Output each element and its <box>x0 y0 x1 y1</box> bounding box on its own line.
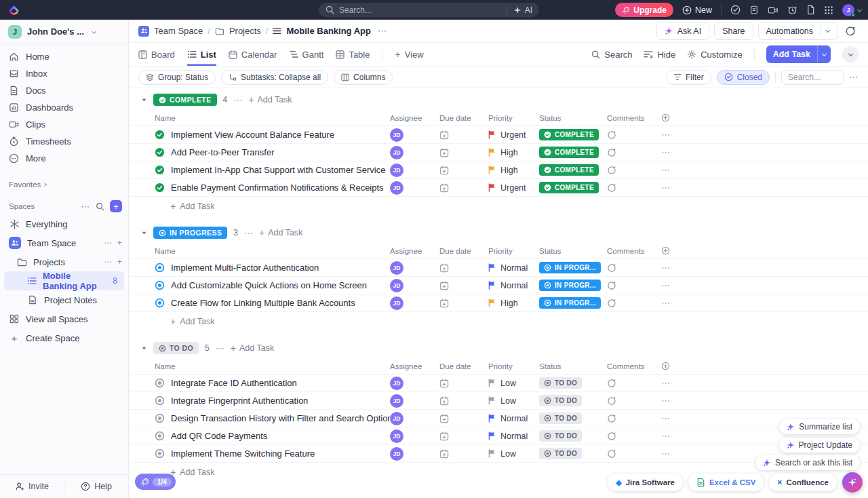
column-header-status[interactable]: Status <box>539 247 607 255</box>
task-name[interactable]: Implement View Account Balance Feature <box>171 130 334 140</box>
status-badge[interactable]: IN PROGR... <box>539 297 601 309</box>
list-search-input[interactable]: Search... <box>781 70 844 85</box>
search-or-ask-button[interactable]: Search or ask this list <box>755 455 860 470</box>
group-status-badge[interactable]: IN PROGRESS <box>153 227 227 239</box>
collapse-group-icon[interactable] <box>141 345 147 351</box>
favorites-section[interactable]: Favorites <box>0 178 128 191</box>
priority-flag-icon[interactable] <box>488 379 496 387</box>
due-date-icon[interactable] <box>439 183 488 193</box>
task-name[interactable]: Add QR Code Payments <box>171 431 267 441</box>
column-header-status[interactable]: Status <box>539 114 607 122</box>
sidebar-item-everything[interactable]: Everything <box>0 214 128 233</box>
sidebar-item-docs[interactable]: Docs <box>0 82 128 99</box>
status-badge[interactable]: COMPLETE <box>539 147 599 158</box>
task-name[interactable]: Add Customizable Quick Actions on Home S… <box>171 280 367 290</box>
jira-software-button[interactable]: ◆ Jira Software <box>608 474 683 491</box>
due-date-icon[interactable] <box>439 130 488 140</box>
due-date-icon[interactable] <box>439 379 488 388</box>
row-menu-icon[interactable]: ⋯ <box>661 147 868 157</box>
due-date-icon[interactable] <box>439 166 488 175</box>
status-badge[interactable]: TO DO <box>539 413 582 424</box>
tab-gantt[interactable]: Gantt <box>290 43 324 66</box>
notepad-icon[interactable] <box>749 5 759 15</box>
task-row[interactable]: Integrate Face ID Authentication JD Low … <box>129 375 868 392</box>
task-status-icon[interactable] <box>155 280 165 290</box>
task-row[interactable]: Create Flow for Linking Multiple Bank Ac… <box>129 294 868 312</box>
column-header-assignee[interactable]: Assignee <box>390 114 439 122</box>
row-menu-icon[interactable]: ⋯ <box>661 280 868 290</box>
tab-table[interactable]: Table <box>336 43 370 66</box>
add-task-row[interactable]: +Add Task <box>129 312 868 331</box>
sidebar-item-project-notes[interactable]: Project Notes <box>0 290 128 309</box>
task-status-icon[interactable] <box>155 413 165 423</box>
column-header-status[interactable]: Status <box>539 362 607 370</box>
task-row[interactable]: Add Customizable Quick Actions on Home S… <box>129 277 868 294</box>
task-status-icon[interactable] <box>155 130 165 140</box>
task-name[interactable]: Integrate Fingerprint Authentication <box>171 396 308 406</box>
ask-ai-button[interactable]: Ask AI <box>656 22 709 40</box>
new-button[interactable]: New <box>682 5 712 15</box>
sidebar-item-clips[interactable]: Clips <box>0 116 128 133</box>
clickup-logo-icon[interactable] <box>8 4 20 16</box>
task-row[interactable]: Integrate Fingerprint Authentication JD … <box>129 392 868 410</box>
priority-flag-icon[interactable] <box>488 130 496 139</box>
breadcrumb-team-space[interactable]: Team Space <box>154 26 203 36</box>
chat-icon[interactable] <box>842 22 859 40</box>
reminder-clock-icon[interactable] <box>787 5 797 15</box>
assignee-avatar[interactable]: JD <box>390 128 403 142</box>
assignee-avatar[interactable]: JD <box>390 429 403 443</box>
row-menu-icon[interactable]: ⋯ <box>661 396 868 406</box>
ai-assistant-fab[interactable] <box>842 472 863 493</box>
priority-flag-icon[interactable] <box>488 299 496 307</box>
filter-button[interactable]: Filter <box>666 70 711 85</box>
priority-flag-icon[interactable] <box>488 148 496 157</box>
comment-icon[interactable] <box>607 449 661 459</box>
share-button[interactable]: Share <box>714 22 753 40</box>
group-menu-icon[interactable]: ⋯ <box>233 95 242 105</box>
comment-icon[interactable] <box>607 263 661 273</box>
group-add-task-button[interactable]: +Add Task <box>259 227 302 238</box>
tab-board[interactable]: Board <box>138 43 175 66</box>
row-menu-icon[interactable]: ⋯ <box>661 165 868 175</box>
assignee-avatar[interactable]: JD <box>390 146 403 159</box>
task-name[interactable]: Implement Multi-Factor Authentication <box>171 263 319 273</box>
due-date-icon[interactable] <box>439 281 488 290</box>
task-status-icon[interactable] <box>155 147 165 157</box>
collapse-group-icon[interactable] <box>141 230 147 236</box>
add-task-row[interactable]: +Add Task <box>129 197 868 216</box>
group-status-badge[interactable]: COMPLETE <box>153 94 217 106</box>
column-header-name[interactable]: Name <box>155 362 390 370</box>
column-header-comments[interactable]: Comments <box>607 247 661 255</box>
due-date-icon[interactable] <box>439 263 488 273</box>
group-add-task-button[interactable]: +Add Task <box>231 343 274 353</box>
comment-icon[interactable] <box>607 166 661 175</box>
closed-filter-button[interactable]: Closed <box>717 70 770 85</box>
sidebar-item-projects-folder[interactable]: Projects ⋯+ <box>0 252 128 271</box>
collapse-group-icon[interactable] <box>141 97 147 103</box>
task-name[interactable]: Implement In-App Chat Support with Custo… <box>171 165 385 175</box>
column-header-assignee[interactable]: Assignee <box>390 362 439 370</box>
sidebar-item-home[interactable]: Home <box>0 48 128 65</box>
task-row[interactable]: Add QR Code Payments JD Normal TO DO ⋯ <box>129 427 868 445</box>
upgrade-button[interactable]: Upgrade <box>615 3 673 17</box>
priority-flag-icon[interactable] <box>488 166 496 174</box>
invite-button[interactable]: Invite <box>0 475 64 498</box>
priority-flag-icon[interactable] <box>488 396 496 405</box>
sidebar-item-view-all-spaces[interactable]: View all Spaces <box>0 309 128 328</box>
global-search-input[interactable]: Search... AI <box>319 3 539 17</box>
task-row[interactable]: Implement View Account Balance Feature J… <box>129 126 868 144</box>
collapse-header-button[interactable] <box>842 46 859 62</box>
help-button[interactable]: Help <box>64 475 128 498</box>
task-row[interactable]: Enable Payment Confirmation Notification… <box>129 179 868 197</box>
tab-calendar[interactable]: Calendar <box>229 43 277 66</box>
doc-page-icon[interactable] <box>806 5 815 15</box>
folder-menu-icon[interactable]: ⋯ <box>104 257 112 267</box>
breadcrumb-projects[interactable]: Projects <box>229 26 261 36</box>
task-row[interactable]: Design Transaction History with Filter a… <box>129 410 868 427</box>
hide-button[interactable]: Hide <box>644 50 675 60</box>
assignee-avatar[interactable]: JD <box>390 296 403 310</box>
sidebar-item-create-space[interactable]: + Create Space <box>0 328 128 347</box>
assignee-avatar[interactable]: JD <box>390 394 403 408</box>
sidebar-item-mobile-banking-app[interactable]: Mobile Banking App 8 <box>4 271 124 290</box>
due-date-icon[interactable] <box>439 396 488 406</box>
